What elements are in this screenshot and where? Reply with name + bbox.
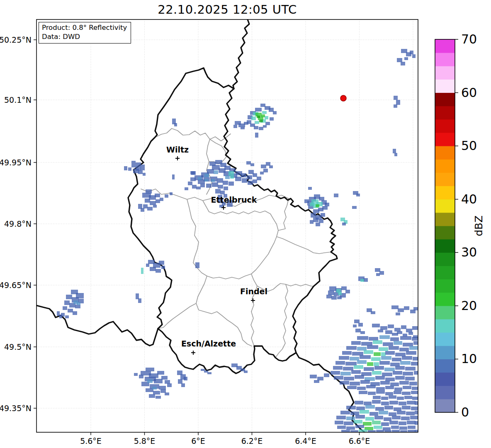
radar-cell xyxy=(304,199,309,203)
radar-cell xyxy=(265,122,270,125)
radar-cell xyxy=(211,179,215,182)
radar-cell xyxy=(136,293,139,299)
radar-cell xyxy=(402,406,411,409)
radar-cell xyxy=(412,387,418,390)
radar-cell xyxy=(364,367,374,371)
radar-cell xyxy=(394,328,401,332)
radar-cell xyxy=(352,352,363,356)
radar-cell xyxy=(363,422,372,426)
radar-cell xyxy=(253,173,257,177)
colorbar-segment xyxy=(435,332,455,346)
radar-cell xyxy=(244,371,248,373)
radar-cell xyxy=(190,177,196,181)
radar-cell xyxy=(380,326,387,330)
radar-cell xyxy=(64,300,70,305)
radar-cell xyxy=(265,116,268,119)
radar-cell xyxy=(385,386,394,389)
radar-cell xyxy=(154,379,163,383)
radar-cell xyxy=(360,279,364,282)
radar-cell xyxy=(147,207,153,211)
colorbar-segment xyxy=(435,346,455,359)
y-tick-label: 49.8°N xyxy=(4,219,32,228)
radar-cell xyxy=(359,391,367,394)
radar-cell xyxy=(346,417,355,420)
radar-cell xyxy=(371,311,375,314)
radar-cell xyxy=(394,407,401,411)
radar-cell xyxy=(356,407,365,410)
radar-cell xyxy=(410,51,413,54)
radar-cell xyxy=(412,54,416,58)
radar-cell xyxy=(354,420,362,424)
radar-cell xyxy=(355,329,361,332)
radar-cell xyxy=(399,381,409,385)
radar-cell xyxy=(342,351,352,355)
radar-cell xyxy=(361,342,372,346)
radar-cell xyxy=(185,187,188,190)
radar-cell xyxy=(242,178,247,183)
radar-cell xyxy=(413,307,418,310)
radar-cell xyxy=(388,324,394,328)
radar-cell xyxy=(247,175,252,179)
radar-cell xyxy=(159,386,166,390)
district-border xyxy=(158,303,196,329)
radar-cell xyxy=(263,169,268,172)
radar-cell xyxy=(326,295,332,298)
radar-cell xyxy=(389,412,396,416)
radar-cell xyxy=(376,390,385,394)
colorbar-segment xyxy=(435,279,455,293)
radar-cell xyxy=(160,198,163,201)
district-border xyxy=(155,128,231,141)
radar-cell xyxy=(241,173,246,177)
radar-cell xyxy=(355,415,365,419)
radar-cell xyxy=(351,341,361,345)
radar-cell xyxy=(244,122,248,125)
radar-cell xyxy=(178,379,182,384)
radar-cell xyxy=(131,161,136,167)
colorbar-segment xyxy=(435,239,455,253)
radar-cell xyxy=(365,417,374,421)
radar-cell xyxy=(153,205,157,208)
colorbar-tick-label: 30 xyxy=(461,245,477,259)
radar-cell xyxy=(406,329,412,332)
radar-cell xyxy=(405,367,416,371)
radar-cell xyxy=(225,175,230,179)
radar-cell xyxy=(212,182,218,187)
radar-cell xyxy=(314,380,319,383)
radar-cell xyxy=(149,394,155,398)
radar-cell xyxy=(356,194,360,196)
radar-cell xyxy=(338,292,342,295)
radar-cell xyxy=(394,387,402,391)
radar-cell xyxy=(365,405,375,409)
radar-cell xyxy=(396,100,400,105)
radar-cell xyxy=(246,161,251,165)
radar-cell xyxy=(254,126,258,129)
radar-cell xyxy=(406,351,416,355)
radar-cell xyxy=(191,171,196,175)
colorbar-segment xyxy=(435,186,455,199)
colorbar-segment xyxy=(435,133,455,146)
radar-cell xyxy=(372,324,380,327)
radar-cell xyxy=(367,345,378,349)
colorbar-tick-label: 70 xyxy=(461,32,477,46)
radar-cell xyxy=(407,421,416,424)
radar-cell xyxy=(381,397,388,400)
y-tick-label: 50.25°N xyxy=(0,35,32,44)
radar-cell xyxy=(255,108,262,111)
radar-cell xyxy=(167,383,172,387)
radar-cell xyxy=(412,326,418,330)
radar-cell xyxy=(155,194,160,197)
district-border xyxy=(275,284,288,358)
radar-cell xyxy=(204,179,208,182)
radar-cell xyxy=(393,371,402,375)
radar-cell xyxy=(404,396,412,399)
radar-cell xyxy=(207,372,211,374)
radar-cell xyxy=(401,62,405,65)
radar-cell xyxy=(255,133,258,138)
radar-cell xyxy=(375,407,384,411)
radar-cell xyxy=(346,346,357,350)
radar-cell xyxy=(397,331,402,334)
radar-cell xyxy=(150,201,156,205)
radar-cell xyxy=(384,406,393,409)
colorbar-segment xyxy=(435,119,455,133)
radar-cell xyxy=(161,266,165,269)
